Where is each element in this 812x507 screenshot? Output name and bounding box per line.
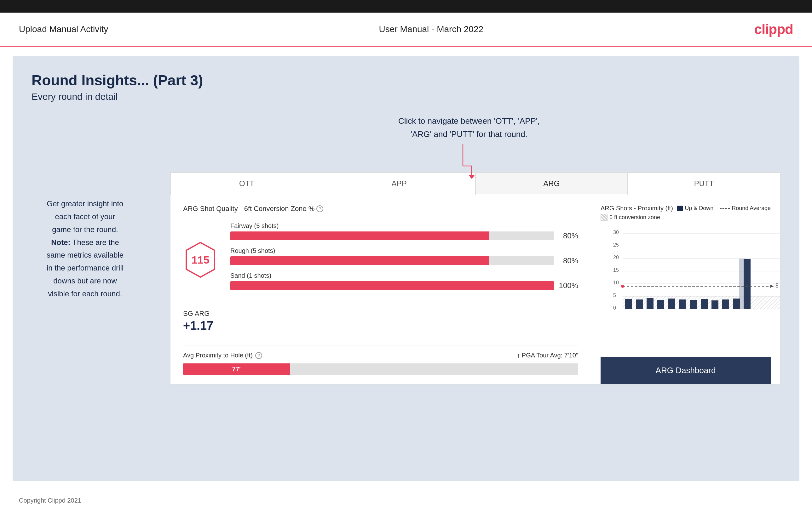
shot-quality-label: ARG Shot Quality xyxy=(183,205,238,213)
svg-rect-33 xyxy=(744,259,751,309)
header: Upload Manual Activity User Manual - Mar… xyxy=(0,13,812,47)
proximity-bar-track: 77' xyxy=(183,363,578,375)
svg-rect-23 xyxy=(647,298,654,309)
bar-row-fairway: Fairway (5 shots) 80% xyxy=(230,222,578,240)
sg-section: SG ARG +1.17 xyxy=(183,309,578,333)
upload-label: Upload Manual Activity xyxy=(19,24,108,34)
svg-point-35 xyxy=(621,285,624,288)
copyright-text: Copyright Clippd 2021 xyxy=(19,497,81,504)
sg-value: +1.17 xyxy=(183,319,578,333)
proximity-label: Avg Proximity to Hole (ft) ? xyxy=(183,352,262,359)
logo-area: clippd xyxy=(754,21,793,37)
svg-marker-36 xyxy=(770,285,774,288)
left-description-text: Get greater insight into each facet of y… xyxy=(32,198,139,300)
page-title: Round Insights... (Part 3) xyxy=(32,72,780,89)
chart-area: 0 5 10 15 20 25 30 xyxy=(601,224,771,354)
svg-rect-25 xyxy=(668,298,675,309)
manual-label: User Manual - March 2022 xyxy=(379,24,484,34)
sg-label: SG ARG xyxy=(183,309,578,318)
svg-rect-21 xyxy=(625,299,632,309)
svg-text:5: 5 xyxy=(613,292,616,298)
legend-item-conversion: 6 ft conversion zone xyxy=(601,214,660,221)
dashboard-panel: OTT APP ARG PUTT ARG Shot Quality 6ft Co… xyxy=(170,172,780,385)
proximity-bar-fill: 77' xyxy=(183,363,290,375)
legend: Up & Down Round Average xyxy=(677,205,771,212)
svg-rect-29 xyxy=(701,299,708,309)
bar-label-fairway: Fairway (5 shots) xyxy=(230,222,578,230)
legend-hatched-conversion xyxy=(601,214,608,221)
panel-right: ARG Shots - Proximity (ft) Up & Down Rou… xyxy=(591,195,780,384)
legend-item-avg: Round Average xyxy=(720,205,771,212)
svg-text:8: 8 xyxy=(775,282,778,289)
tab-ott[interactable]: OTT xyxy=(170,173,323,195)
panel-body: ARG Shot Quality 6ft Conversion Zone % ? xyxy=(170,195,780,384)
bar-row-rough: Rough (5 shots) 80% xyxy=(230,247,578,265)
svg-rect-28 xyxy=(690,300,697,309)
svg-text:25: 25 xyxy=(613,242,619,247)
bar-track-sand xyxy=(230,281,554,290)
hex-badge: 115 xyxy=(183,241,218,279)
bar-label-rough: Rough (5 shots) xyxy=(230,247,578,255)
legend-item-updown: Up & Down xyxy=(677,205,713,212)
main-content: Round Insights... (Part 3) Every round i… xyxy=(13,56,799,481)
svg-text:10: 10 xyxy=(613,280,619,285)
top-bar xyxy=(0,0,812,13)
bar-fill-fairway xyxy=(230,231,489,240)
svg-rect-31 xyxy=(722,299,729,309)
note-label: Note: xyxy=(51,238,70,246)
right-panel-title: ARG Shots - Proximity (ft) xyxy=(601,205,673,212)
content-row: Get greater insight into each facet of y… xyxy=(32,172,780,385)
hex-value: 115 xyxy=(192,253,209,266)
tab-arg[interactable]: ARG xyxy=(475,173,628,195)
arg-chart: 0 5 10 15 20 25 30 xyxy=(613,224,783,312)
bar-fill-sand xyxy=(230,281,554,290)
svg-text:15: 15 xyxy=(613,267,619,273)
tab-app[interactable]: APP xyxy=(323,173,475,195)
bar-rows: Fairway (5 shots) 80% Rough xyxy=(230,222,578,297)
help-icon[interactable]: ? xyxy=(316,205,323,212)
svg-rect-30 xyxy=(711,300,718,309)
svg-text:20: 20 xyxy=(613,255,619,260)
svg-text:30: 30 xyxy=(613,230,619,235)
svg-rect-32 xyxy=(733,298,740,309)
bar-row-sand: Sand (1 shots) 100% xyxy=(230,272,578,290)
bar-pct-fairway: 80% xyxy=(559,231,578,240)
left-description: Get greater insight into each facet of y… xyxy=(32,172,151,300)
pga-avg: ↑ PGA Tour Avg: 7'10" xyxy=(517,352,578,359)
svg-rect-22 xyxy=(636,299,643,309)
footer: Copyright Clippd 2021 xyxy=(0,491,812,507)
svg-marker-3 xyxy=(468,175,475,178)
conversion-zone-label: 6ft Conversion Zone % ? xyxy=(244,205,323,213)
bar-label-sand: Sand (1 shots) xyxy=(230,272,578,279)
hexagon-bars-row: 115 Fairway (5 shots) xyxy=(183,222,578,297)
panel-left-header: ARG Shot Quality 6ft Conversion Zone % ? xyxy=(183,205,578,213)
tab-putt[interactable]: PUTT xyxy=(628,173,780,195)
bar-pct-rough: 80% xyxy=(559,256,578,265)
annotation-arrow xyxy=(460,144,478,178)
svg-text:0: 0 xyxy=(613,305,616,311)
proximity-section: Avg Proximity to Hole (ft) ? ↑ PGA Tour … xyxy=(183,345,578,375)
bar-track-fairway xyxy=(230,231,554,240)
svg-rect-26 xyxy=(679,299,686,309)
svg-rect-24 xyxy=(657,300,664,309)
bar-pct-sand: 100% xyxy=(559,281,578,290)
legend-dashed-avg xyxy=(720,208,730,209)
clippd-logo: clippd xyxy=(754,21,793,37)
panel-right-header: ARG Shots - Proximity (ft) Up & Down Rou… xyxy=(601,205,771,221)
arg-dashboard-button[interactable]: ARG Dashboard xyxy=(601,357,771,384)
proximity-header: Avg Proximity to Hole (ft) ? ↑ PGA Tour … xyxy=(183,352,578,359)
panel-left: ARG Shot Quality 6ft Conversion Zone % ? xyxy=(170,195,591,384)
proximity-help-icon[interactable]: ? xyxy=(255,352,262,359)
annotation-text: Click to navigate between 'OTT', 'APP','… xyxy=(398,115,540,141)
page-subtitle: Every round in detail xyxy=(32,91,780,102)
bar-fill-rough xyxy=(230,256,489,265)
legend-square-updown xyxy=(677,206,683,211)
bar-track-rough xyxy=(230,256,554,265)
